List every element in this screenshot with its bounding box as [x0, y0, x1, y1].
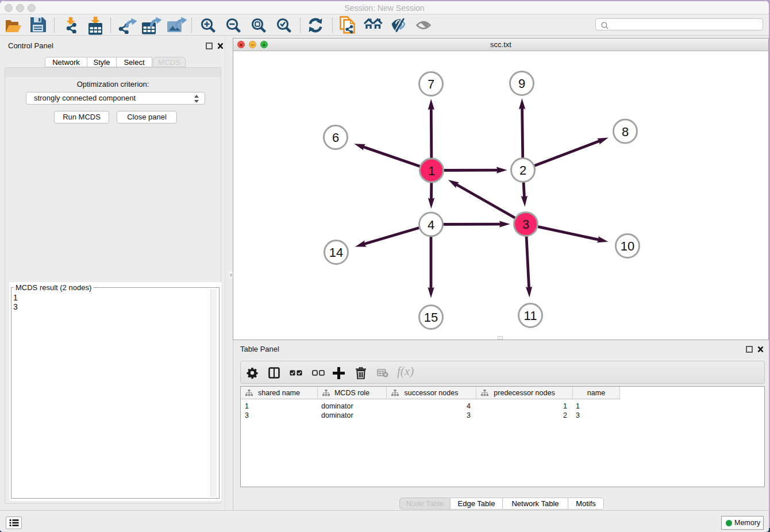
svg-text:1: 1 — [428, 164, 435, 178]
svg-text:7: 7 — [428, 77, 434, 91]
svg-text:2: 2 — [519, 163, 526, 178]
svg-text:11: 11 — [524, 309, 537, 323]
svg-text:9: 9 — [518, 76, 525, 91]
svg-text:8: 8 — [622, 125, 629, 139]
svg-text:3: 3 — [522, 217, 529, 232]
svg-text:4: 4 — [428, 218, 434, 232]
svg-text:6: 6 — [332, 130, 339, 145]
svg-text:15: 15 — [424, 310, 438, 325]
svg-text:10: 10 — [621, 239, 634, 253]
svg-text:14: 14 — [329, 245, 343, 260]
